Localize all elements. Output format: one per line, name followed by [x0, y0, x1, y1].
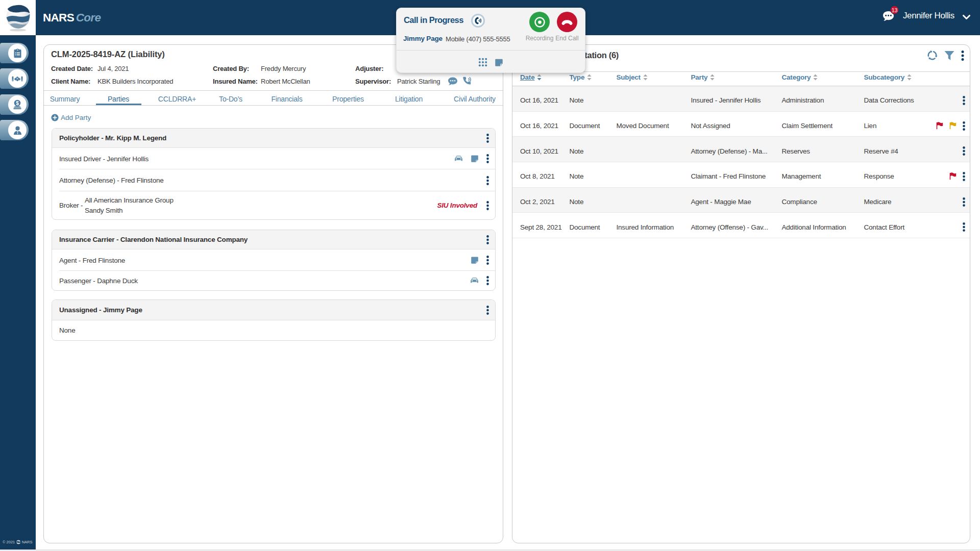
svg-text:$: $ [16, 101, 19, 106]
